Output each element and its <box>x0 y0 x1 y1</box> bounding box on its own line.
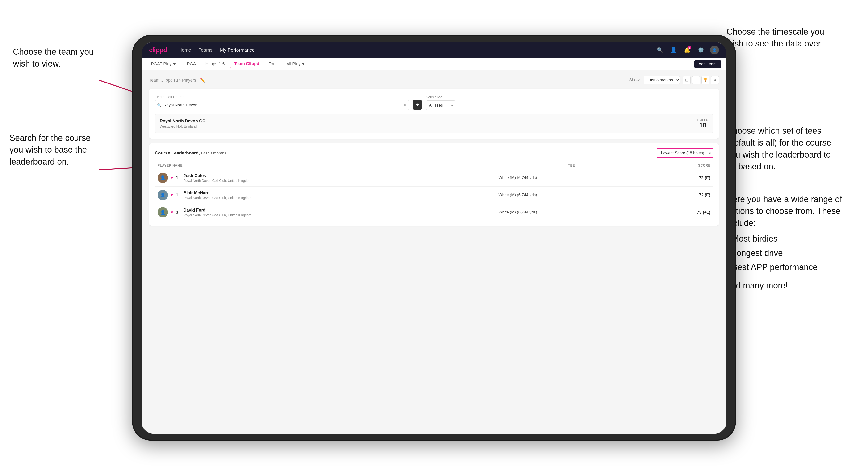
course-search-input[interactable] <box>155 100 409 110</box>
subnav-team-clippd[interactable]: Team Clippd <box>230 60 263 68</box>
player-cell-2: 👤 ♥ 1 Blair McHarg Royal North Devon Gol… <box>155 187 496 204</box>
edit-icon[interactable]: ✏️ <box>200 77 205 83</box>
course-result-location: Westward Ho!, England <box>160 124 206 128</box>
leaderboard: Course Leaderboard, Last 3 months Lowest… <box>149 144 719 226</box>
add-team-button[interactable]: Add Team <box>694 60 721 68</box>
leaderboard-title-wrap: Course Leaderboard, Last 3 months <box>155 151 226 156</box>
player-info-3: David Ford Royal North Devon Golf Club, … <box>184 208 251 217</box>
player-avatar-1: 👤 <box>158 173 168 183</box>
annotation-bottom-left: Search for the course you wish to base t… <box>9 132 99 168</box>
nav-my-performance[interactable]: My Performance <box>220 48 255 53</box>
list-view-btn[interactable]: ☰ <box>692 76 700 84</box>
nav-teams[interactable]: Teams <box>198 48 213 53</box>
select-tee-label: Select Tee <box>426 95 456 99</box>
holes-number: 18 <box>697 121 708 129</box>
player-score-3: 73 (+1) <box>647 204 713 221</box>
heart-icon-3[interactable]: ♥ <box>171 210 173 214</box>
nav-icons: 🔍 👤 🔔 1 ⚙️ 👤 <box>655 45 719 55</box>
player-cell-3: 👤 ♥ 3 David Ford Royal North Devon Golf … <box>155 204 496 221</box>
player-table: PLAYER NAME TEE SCORE 👤 ♥ <box>155 161 713 221</box>
select-tee-group: Select Tee All Tees White (M) Yellow (M)… <box>426 95 456 110</box>
tee-select[interactable]: All Tees White (M) Yellow (M) Red (L) <box>426 100 456 110</box>
player-score-2: 72 (E) <box>647 187 713 204</box>
and-more-text: and many more! <box>726 280 849 291</box>
team-header: Team Clippd | 14 Players ✏️ Show: Last 3… <box>149 76 719 84</box>
grid-view-btn[interactable]: ⊞ <box>683 76 691 84</box>
course-result-name: Royal North Devon GC <box>160 119 206 124</box>
player-table-body: 👤 ♥ 1 Josh Coles Royal North Devon Golf … <box>155 169 713 221</box>
leaderboard-header: Course Leaderboard, Last 3 months Lowest… <box>155 148 713 158</box>
table-row: 👤 ♥ 3 David Ford Royal North Devon Golf … <box>155 204 713 221</box>
player-tee-2: White (M) (6,744 yds) <box>496 187 647 204</box>
search-input-wrap: 🔍 ✕ <box>155 100 409 110</box>
player-tee-3: White (M) (6,744 yds) <box>496 204 647 221</box>
show-label: Show: <box>629 77 641 83</box>
search-icon: 🔍 <box>157 103 162 107</box>
navbar: clippd Home Teams My Performance 🔍 👤 🔔 1… <box>142 42 726 58</box>
course-result: Royal North Devon GC Westward Ho!, Engla… <box>155 114 713 133</box>
annotation-options-right: Here you have a wide range of options to… <box>726 193 849 292</box>
player-name-1: Josh Coles <box>184 173 251 178</box>
player-row-inner-2: 👤 ♥ 1 Blair McHarg Royal North Devon Gol… <box>158 190 493 200</box>
player-cell-1: 👤 ♥ 1 Josh Coles Royal North Devon Golf … <box>155 169 496 187</box>
player-club-3: Royal North Devon Golf Club, United King… <box>184 213 251 217</box>
trophy-view-btn[interactable]: 🏆 <box>702 76 710 84</box>
table-header: PLAYER NAME TEE SCORE <box>155 161 713 169</box>
player-info-1: Josh Coles Royal North Devon Golf Club, … <box>184 173 251 183</box>
subnav-pga[interactable]: PGA <box>183 60 199 68</box>
star-btn-wrap: ★ <box>413 95 422 110</box>
player-tee-1: White (M) (6,744 yds) <box>496 169 647 187</box>
people-icon-btn[interactable]: 👤 <box>669 45 678 55</box>
course-result-info: Royal North Devon GC Westward Ho!, Engla… <box>160 119 206 128</box>
heart-icon-1[interactable]: ♥ <box>171 176 173 180</box>
download-view-btn[interactable]: ⬇ <box>711 76 719 84</box>
holes-box: Holes 18 <box>697 118 708 129</box>
nav-logo: clippd <box>149 46 167 54</box>
tablet-shell: clippd Home Teams My Performance 🔍 👤 🔔 1… <box>132 35 736 441</box>
bullet-3: Best APP performance <box>732 262 818 272</box>
tablet-screen: clippd Home Teams My Performance 🔍 👤 🔔 1… <box>142 42 726 434</box>
find-course-group: Find a Golf Course 🔍 ✕ <box>155 95 409 110</box>
tee-select-wrap: All Tees White (M) Yellow (M) Red (L) ▾ <box>426 100 456 110</box>
course-finder: Find a Golf Course 🔍 ✕ ★ Select Tee <box>149 89 719 139</box>
player-score-1: 72 (E) <box>647 169 713 187</box>
col-score: SCORE <box>647 161 713 169</box>
annotation-middle-right: Choose which set of tees (default is all… <box>726 125 840 173</box>
main-content: Team Clippd | 14 Players ✏️ Show: Last 3… <box>142 70 726 434</box>
player-row-inner-3: 👤 ♥ 3 David Ford Royal North Devon Golf … <box>158 207 493 217</box>
table-row: 👤 ♥ 1 Blair McHarg Royal North Devon Gol… <box>155 187 713 204</box>
annotation-top-left: Choose the team you wish to view. <box>13 46 102 70</box>
team-title: Team Clippd | 14 Players <box>149 77 196 83</box>
nav-home[interactable]: Home <box>178 48 191 53</box>
show-select[interactable]: Last 3 months Last 6 months Last year <box>644 76 680 84</box>
nav-links: Home Teams My Performance <box>178 48 655 53</box>
course-finder-grid: Find a Golf Course 🔍 ✕ ★ Select Tee <box>155 95 713 110</box>
heart-icon-2[interactable]: ♥ <box>171 193 173 197</box>
leaderboard-title: Course Leaderboard, Last 3 months <box>155 151 226 155</box>
subnav-hcaps[interactable]: Hcaps 1-5 <box>202 60 228 68</box>
col-tee: TEE <box>496 161 647 169</box>
find-course-label: Find a Golf Course <box>155 95 409 99</box>
player-name-3: David Ford <box>184 208 251 213</box>
subnav: PGAT Players PGA Hcaps 1-5 Team Clippd T… <box>142 58 726 70</box>
player-row-inner-1: 👤 ♥ 1 Josh Coles Royal North Devon Golf … <box>158 173 493 183</box>
rank-3: 3 <box>176 210 181 215</box>
score-type-select[interactable]: Lowest Score (18 holes) Most Birdies Lon… <box>657 148 713 158</box>
bell-icon-btn[interactable]: 🔔 1 <box>683 45 691 55</box>
notification-badge: 1 <box>688 46 691 49</box>
leaderboard-subtitle: Last 3 months <box>201 151 226 155</box>
rank-1: 1 <box>176 176 181 181</box>
clear-search-btn[interactable]: ✕ <box>403 102 407 108</box>
player-info-2: Blair McHarg Royal North Devon Golf Club… <box>184 191 251 200</box>
table-row: 👤 ♥ 1 Josh Coles Royal North Devon Golf … <box>155 169 713 187</box>
subnav-pgat[interactable]: PGAT Players <box>147 60 181 68</box>
favorite-btn[interactable]: ★ <box>413 100 422 110</box>
subnav-all-players[interactable]: All Players <box>283 60 310 68</box>
subnav-tour[interactable]: Tour <box>265 60 281 68</box>
search-icon-btn[interactable]: 🔍 <box>655 45 664 55</box>
settings-icon-btn[interactable]: ⚙️ <box>696 45 705 55</box>
user-avatar[interactable]: 👤 <box>710 45 719 55</box>
bullet-2: Longest drive <box>732 248 783 258</box>
view-icons: ⊞ ☰ 🏆 ⬇ <box>683 76 719 84</box>
player-club-2: Royal North Devon Golf Club, United King… <box>184 196 251 200</box>
